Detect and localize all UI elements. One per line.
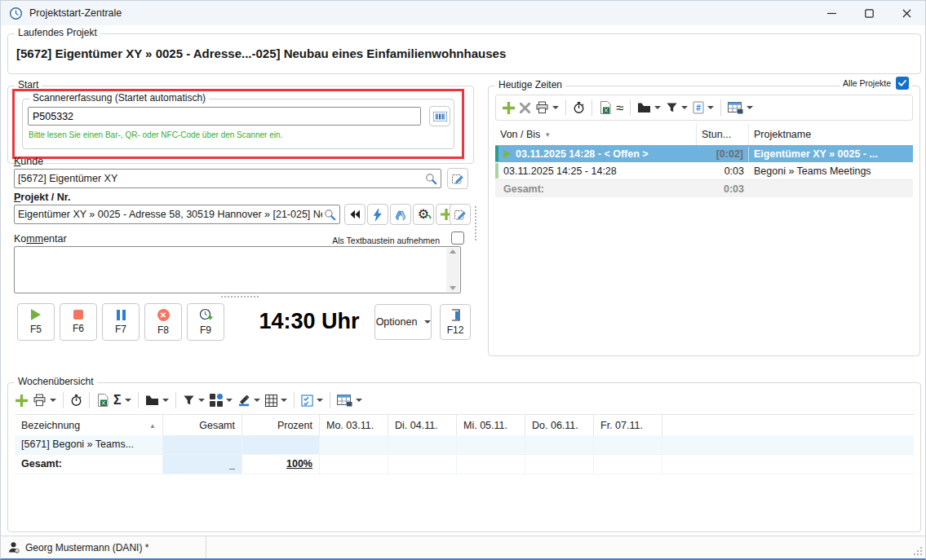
projekt-settings-button[interactable]: ⚙ — [413, 204, 434, 225]
chevron-down-icon[interactable] — [162, 399, 169, 402]
resize-grip[interactable] — [912, 545, 922, 555]
sigma-icon: Σ — [113, 394, 122, 407]
chevron-down-icon[interactable] — [125, 399, 131, 402]
time-entry-row-selected[interactable]: 03.11.2025 14:28 - < Offen > [0:02] Eige… — [495, 145, 913, 162]
column-header-mi[interactable]: Mi. 05.11. — [457, 415, 525, 436]
search-icon[interactable] — [425, 173, 437, 185]
excel-export-button[interactable] — [94, 390, 111, 411]
approx-toggle-button[interactable]: ≈ — [614, 97, 626, 118]
projekt-quickstart-button[interactable] — [367, 204, 388, 225]
stop-f6-button[interactable]: F6 — [60, 303, 97, 341]
projekt-input[interactable]: Eigentümer XY » 0025 - Adresse 58, 30519… — [14, 205, 340, 224]
chevron-down-icon[interactable] — [50, 399, 56, 402]
folder-button[interactable] — [635, 97, 663, 118]
chevron-down-icon[interactable] — [552, 106, 559, 109]
projekt-label: Projekt / Nr. — [14, 192, 70, 203]
laufendes-projekt-group: Laufendes Projekt [5672] Eigentümer XY »… — [7, 33, 921, 74]
excel-export-button[interactable] — [596, 97, 614, 118]
time-entry-row[interactable]: 03.11.2025 14:25 - 14:28 0:03 Begoni » T… — [495, 162, 913, 180]
checklist-button[interactable] — [299, 390, 326, 411]
approx-icon: ≈ — [616, 101, 623, 115]
column-header-mo[interactable]: Mo. 03.11. — [320, 415, 388, 436]
projekt-previous-button[interactable] — [344, 204, 366, 225]
column-header-do[interactable]: Do. 06.11. — [525, 415, 594, 436]
kommentar-scrollbar[interactable] — [446, 248, 459, 292]
folder-button[interactable] — [143, 390, 171, 411]
week-project-row[interactable]: [5671] Begoni » Teams... — [15, 435, 914, 455]
table-layout-button[interactable] — [725, 97, 755, 118]
heutige-zeiten-label: Heutige Zeiten — [495, 79, 565, 90]
print-button[interactable] — [30, 390, 59, 411]
add-time-f9-button[interactable]: F9 — [187, 303, 224, 341]
add-button[interactable] — [13, 390, 30, 411]
stopwatch-button[interactable] — [570, 97, 587, 118]
column-header-di[interactable]: Di. 04.11. — [388, 415, 457, 436]
optionen-button[interactable]: Optionen — [374, 304, 432, 340]
filter-button[interactable] — [180, 390, 207, 411]
column-header-projektname[interactable]: Projektname — [749, 124, 913, 145]
chevron-down-icon[interactable] — [424, 320, 431, 324]
kunde-input[interactable]: [5672] Eigentümer XY — [14, 169, 441, 188]
excel-icon — [599, 101, 611, 114]
kommentar-textarea[interactable] — [14, 246, 461, 293]
wochenuebersicht-header: Bezeichnung▲ Gesamt Prozent Mo. 03.11. D… — [15, 414, 914, 437]
alle-projekte-checkbox[interactable] — [896, 77, 909, 90]
delete-time-button[interactable] — [517, 97, 533, 118]
svg-text:i: i — [16, 549, 17, 553]
filter-button[interactable] — [663, 97, 690, 118]
projekt-gloves-button[interactable] — [390, 204, 411, 225]
print-button[interactable] — [533, 97, 561, 118]
barcode-scan-button[interactable] — [429, 106, 450, 126]
column-header-stunden[interactable]: Stun... — [697, 124, 749, 145]
start-f5-button[interactable]: F5 — [17, 303, 55, 341]
table-icon — [728, 102, 743, 114]
horizontal-splitter[interactable] — [221, 296, 259, 298]
vertical-splitter[interactable] — [475, 206, 476, 240]
chevron-down-icon[interactable] — [254, 399, 260, 402]
search-icon[interactable] — [324, 209, 336, 221]
plus-icon — [16, 395, 28, 407]
projekt-value: Eigentümer XY » 0025 - Adresse 58, 30519… — [18, 209, 322, 220]
stopwatch-button[interactable] — [68, 390, 85, 411]
scroll-down-icon[interactable] — [450, 286, 456, 290]
chevron-down-icon[interactable] — [654, 106, 661, 109]
gloves-icon — [394, 209, 407, 221]
sum-button[interactable]: Σ — [111, 390, 134, 411]
column-header-gesamt[interactable]: Gesamt — [163, 415, 242, 436]
close-button[interactable] — [888, 1, 925, 25]
minimize-button[interactable] — [813, 1, 850, 25]
column-header-fr[interactable]: Fr. 07.11. — [594, 415, 662, 436]
printer-icon — [535, 101, 549, 114]
exit-f12-button[interactable]: F12 — [440, 304, 471, 340]
scroll-up-icon[interactable] — [450, 249, 456, 254]
delete-x-icon — [520, 103, 530, 113]
heutige-zeiten-group: Heutige Zeiten Alle Projekte ≈ — [488, 86, 920, 356]
chevron-down-icon[interactable] — [681, 106, 688, 109]
chevron-down-icon[interactable] — [226, 399, 233, 402]
chevron-down-icon[interactable] — [747, 106, 753, 109]
table-layout-button[interactable] — [335, 390, 365, 411]
alle-projekte-label: Alle Projekte — [843, 78, 891, 88]
chevron-down-icon[interactable] — [707, 106, 714, 109]
column-header-von-bis[interactable]: Von / Bis▼ — [495, 124, 697, 145]
wochenuebersicht-label: Wochenübersicht — [15, 376, 97, 387]
maximize-button[interactable] — [850, 1, 888, 25]
grid-calc-button[interactable] — [263, 390, 290, 411]
column-header-bezeichnung[interactable]: Bezeichnung▲ — [15, 415, 163, 436]
chevron-down-icon[interactable] — [281, 399, 287, 402]
textbaustein-checkbox[interactable] — [451, 231, 464, 245]
play-icon — [31, 309, 41, 320]
scanner-input[interactable] — [28, 107, 421, 126]
chevron-down-icon[interactable] — [198, 399, 205, 402]
chevron-down-icon[interactable] — [317, 399, 323, 402]
pause-f7-button[interactable]: F7 — [102, 303, 140, 341]
kunde-edit-button[interactable] — [447, 168, 468, 189]
projekt-edit-button[interactable] — [450, 204, 471, 225]
chevron-down-icon[interactable] — [356, 399, 362, 402]
column-header-prozent[interactable]: Prozent — [242, 415, 320, 436]
add-time-button[interactable] — [500, 97, 517, 118]
grouping-button[interactable] — [207, 390, 235, 411]
numbering-button[interactable]: # — [690, 97, 716, 118]
cancel-f8-button[interactable]: ✕ F8 — [144, 303, 182, 341]
highlight-button[interactable] — [235, 390, 263, 411]
